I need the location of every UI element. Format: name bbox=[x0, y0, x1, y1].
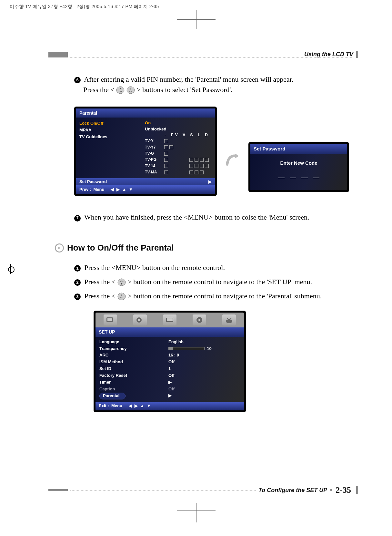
menu-item-caption[interactable]: Caption bbox=[99, 386, 167, 393]
tab-picture-icon[interactable] bbox=[104, 314, 117, 325]
transparency-slider[interactable] bbox=[168, 347, 205, 350]
rating-row-tvpg[interactable]: TV-PG bbox=[145, 157, 212, 163]
rating-row-tvy[interactable]: TV-Y bbox=[145, 138, 212, 144]
step-1: 1 Press the <MENU> button on the remote … bbox=[74, 263, 353, 273]
footer-rule bbox=[70, 490, 256, 490]
value-ism: Off bbox=[168, 359, 236, 366]
svg-text:CH: CH bbox=[129, 90, 132, 92]
menu-item-setid[interactable]: Set ID bbox=[99, 366, 167, 372]
rating-row-tvma[interactable]: TV-MA bbox=[145, 169, 212, 175]
value-caption: Off bbox=[168, 386, 236, 393]
svg-text:▼: ▼ bbox=[119, 88, 121, 90]
crop-mark-bottom bbox=[196, 503, 196, 522]
step-2-text-pre: Press the < bbox=[85, 278, 116, 286]
enter-new-code-label: Enter New Code bbox=[254, 160, 344, 167]
svg-text:▲: ▲ bbox=[130, 88, 132, 90]
tab-channel-icon[interactable] bbox=[222, 314, 236, 325]
nav-arrows-icon: ◀ ▶ ▲ ▼ bbox=[111, 187, 134, 193]
set-password-title: Set Password bbox=[250, 144, 347, 154]
flow-arrow-icon bbox=[225, 151, 241, 170]
step-2-text-post: > button on the remote control to naviga… bbox=[127, 278, 312, 286]
value-arc: 16 : 9 bbox=[168, 352, 236, 359]
rating-row-tvg[interactable]: TV-G bbox=[145, 150, 212, 157]
doc-meta-line: 미주향 TV 메뉴얼 37형 +42형 _2장(영 2005.5.16 4:17… bbox=[10, 4, 159, 10]
menu-item-parental[interactable]: Parental bbox=[99, 392, 167, 400]
value-setid: 1 bbox=[168, 366, 236, 372]
menu-item-tvguidelines[interactable]: TV Guidelines bbox=[79, 134, 143, 140]
ch-down-button-icon: ▼CH bbox=[117, 293, 126, 300]
header-accent-stub bbox=[356, 51, 358, 58]
value-mpaa-unblocked: Unblocked bbox=[145, 126, 212, 132]
step-number-6: 6 bbox=[74, 77, 81, 83]
nav-arrows-icon: ◀ ▶ ▲ ▼ bbox=[129, 403, 152, 409]
menu-item-factory-reset[interactable]: Factory Reset bbox=[99, 372, 167, 379]
step-3: 3 Press the < ▼CH > button on the remote… bbox=[74, 291, 353, 301]
svg-point-19 bbox=[198, 319, 200, 321]
tab-setup-icon[interactable] bbox=[193, 314, 206, 325]
pin-entry-field[interactable] bbox=[254, 171, 344, 181]
value-timer: ▶ bbox=[168, 379, 236, 386]
step-number-7: 7 bbox=[74, 215, 81, 222]
rating-row-tvy7[interactable]: TV-Y7 bbox=[145, 144, 212, 150]
value-language: English bbox=[168, 339, 236, 345]
page-number: 2-35 bbox=[336, 485, 351, 495]
registration-mark bbox=[6, 264, 15, 274]
svg-point-15 bbox=[138, 319, 140, 321]
parental-title: Parental bbox=[76, 108, 215, 118]
ch-down-button-icon: ▼CH bbox=[116, 86, 125, 94]
menu-item-ism[interactable]: ISM Method bbox=[99, 359, 167, 366]
menu-item-lock[interactable]: Lock On/Off bbox=[79, 120, 143, 127]
parental-menu-panel: Parental Lock On/Off MPAA TV Guidelines … bbox=[74, 107, 217, 196]
svg-text:VOL: VOL bbox=[120, 280, 124, 282]
rating-row-tv14[interactable]: TV-14 bbox=[145, 163, 212, 169]
step-6-text-b-post: > buttons to select 'Set Password'. bbox=[136, 86, 233, 94]
chevron-right-icon: ▶ bbox=[208, 179, 212, 185]
value-transparency: 10 bbox=[168, 345, 236, 352]
svg-text:CH: CH bbox=[120, 297, 123, 299]
setup-title: SET UP bbox=[95, 327, 244, 336]
set-password-label: Set Password bbox=[79, 179, 107, 185]
setup-tab-bar bbox=[95, 313, 244, 327]
menu-item-transparency[interactable]: Transparency bbox=[99, 345, 167, 352]
footer-accent-bar bbox=[48, 489, 68, 491]
step-6-text-a: After entering a valid PIN number, the '… bbox=[84, 75, 293, 83]
crop-mark-top bbox=[196, 10, 196, 29]
ch-up-button-icon: ▲CH bbox=[126, 86, 135, 94]
step-3-text-post: > button on the remote control to naviga… bbox=[127, 292, 322, 300]
setup-menu-panel: SET UP Language Transparency ARC ISM Met… bbox=[94, 311, 246, 412]
svg-rect-17 bbox=[167, 318, 173, 321]
setup-footer: Exit : Menu ◀ ▶ ▲ ▼ bbox=[95, 402, 244, 410]
section-bullet-icon bbox=[55, 243, 64, 253]
svg-text:▼: ▼ bbox=[121, 294, 123, 296]
vol-up-button-icon: VOL▶ bbox=[117, 278, 126, 286]
step-6: 6 After entering a valid PIN number, the… bbox=[74, 74, 353, 95]
step-number-2: 2 bbox=[74, 279, 81, 286]
svg-text:CH: CH bbox=[119, 90, 122, 92]
menu-item-arc[interactable]: ARC bbox=[99, 352, 167, 359]
section-title: How to On/Off the Parental bbox=[67, 242, 174, 254]
tab-sound-icon[interactable] bbox=[133, 314, 147, 325]
step-number-3: 3 bbox=[74, 294, 81, 300]
footer-label: To Configure the SET UP bbox=[258, 487, 327, 494]
menu-item-mpaa[interactable]: MPAA bbox=[79, 127, 143, 134]
tab-screen-icon[interactable] bbox=[163, 314, 176, 325]
footer-dot bbox=[330, 489, 332, 491]
menu-item-language[interactable]: Language bbox=[99, 339, 167, 345]
rating-header: - FV V S L D bbox=[145, 132, 212, 138]
svg-rect-13 bbox=[107, 318, 112, 321]
footer-accent-stub bbox=[356, 486, 358, 494]
parental-footer: Prev : Menu ◀ ▶ ▲ ▼ bbox=[76, 185, 215, 194]
step-1-text: Press the <MENU> button on the remote co… bbox=[85, 263, 225, 272]
step-2: 2 Press the < VOL▶ > button on the remot… bbox=[74, 277, 353, 287]
step-7: 7 When you have finished, press the <MEN… bbox=[74, 212, 353, 222]
header-section-title: Using the LCD TV bbox=[304, 51, 353, 58]
step-3-text-pre: Press the < bbox=[85, 292, 116, 300]
step-7-text: When you have finished, press the <MENU>… bbox=[84, 213, 309, 221]
value-factory: Off bbox=[168, 372, 236, 379]
set-password-panel: Set Password Enter New Code bbox=[248, 142, 349, 192]
step-6-text-b-pre: Press the < bbox=[83, 86, 115, 94]
value-lock-on: On bbox=[145, 120, 212, 126]
menu-item-timer[interactable]: Timer bbox=[99, 379, 167, 386]
menu-item-set-password[interactable]: Set Password ▶ bbox=[76, 178, 215, 186]
value-parental: ▶ bbox=[168, 392, 236, 399]
